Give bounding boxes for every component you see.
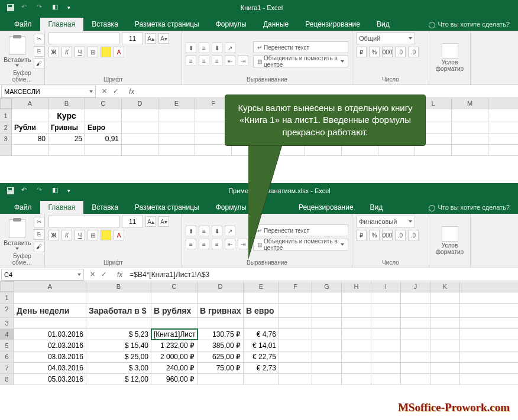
cell[interactable]: 625,00 ₽	[198, 351, 244, 362]
col-header[interactable]: D	[122, 98, 158, 109]
cell[interactable]: Курс	[48, 109, 85, 122]
cell[interactable]	[312, 351, 342, 362]
currency-icon[interactable]: ₽	[356, 47, 367, 57]
tab-insert[interactable]: Вставка	[83, 201, 127, 214]
save-icon[interactable]	[6, 3, 15, 12]
align-middle-icon[interactable]: ≡	[199, 226, 209, 236]
indent-inc-icon[interactable]: ⇥	[238, 239, 248, 249]
cell[interactable]: 02.03.2016	[14, 340, 86, 351]
percent-icon[interactable]: %	[369, 230, 380, 240]
cell[interactable]: Рубли	[12, 122, 48, 133]
tab-home[interactable]: Главная	[40, 201, 84, 214]
tab-layout[interactable]: Разметка страницы	[127, 18, 208, 31]
cell[interactable]: 385,00 ₽	[198, 340, 244, 351]
cell[interactable]: 130,75 ₽	[198, 329, 244, 340]
cell[interactable]: € 4,76	[244, 329, 279, 340]
font-family-input[interactable]	[48, 216, 119, 227]
formula-input[interactable]: =$B4*[Книга1]Лист1!A$3	[127, 271, 518, 279]
tab-data[interactable]: Данные	[255, 18, 297, 31]
cell[interactable]: $ 15,40	[86, 340, 151, 351]
tab-review[interactable]: Рецензирование	[297, 18, 368, 31]
tab-home[interactable]: Главная	[40, 18, 84, 31]
cell[interactable]: Гривны	[48, 122, 85, 133]
paste-button[interactable]: Вставить	[4, 219, 31, 250]
row-header[interactable]: 1	[0, 109, 12, 122]
font-size-input[interactable]	[122, 216, 143, 227]
align-bottom-icon[interactable]: ⬇	[212, 226, 222, 236]
cell[interactable]	[371, 318, 401, 328]
cell[interactable]	[430, 363, 460, 373]
fill-color-button[interactable]	[101, 47, 111, 57]
cell[interactable]	[279, 340, 312, 351]
fx-icon[interactable]: fx	[112, 271, 127, 279]
cell[interactable]	[14, 292, 86, 303]
cell[interactable]	[430, 374, 460, 385]
copy-icon[interactable]: ⎘	[34, 46, 44, 57]
cell[interactable]	[312, 318, 342, 328]
cell[interactable]	[430, 329, 460, 340]
cell[interactable]: Евро	[85, 122, 122, 133]
cell[interactable]: € 14,01	[244, 340, 279, 351]
tab-file[interactable]: Файл	[6, 201, 40, 214]
cell[interactable]: 0,91	[85, 134, 122, 144]
indent-dec-icon[interactable]: ⇤	[225, 239, 235, 249]
font-color-button[interactable]: A	[114, 230, 124, 240]
col-header[interactable]: M	[452, 98, 488, 109]
align-left-icon[interactable]: ≡	[186, 56, 196, 66]
cell[interactable]: 01.03.2016	[14, 329, 86, 340]
cell[interactable]	[371, 340, 401, 351]
row-header[interactable]: 3	[0, 318, 14, 328]
row-header[interactable]: 6	[0, 351, 14, 362]
underline-button[interactable]: Ч	[75, 230, 85, 240]
align-center-icon[interactable]: ≡	[199, 239, 209, 249]
cell[interactable]	[401, 292, 430, 303]
cell[interactable]: 03.03.2016	[14, 351, 86, 362]
cell[interactable]	[430, 351, 460, 362]
cell[interactable]	[244, 318, 279, 328]
orientation-icon[interactable]: ↗	[225, 43, 235, 53]
align-bottom-icon[interactable]: ⬇	[212, 43, 222, 53]
cell[interactable]: 75,00 ₽	[198, 363, 244, 373]
col-header[interactable]: C	[151, 281, 198, 292]
align-top-icon[interactable]: ⬆	[186, 43, 196, 53]
cell[interactable]	[342, 318, 371, 328]
dec-decimal-icon[interactable]: .0	[408, 47, 419, 57]
tab-file[interactable]: Файл	[6, 18, 40, 31]
cell[interactable]	[312, 363, 342, 373]
cell[interactable]	[371, 292, 401, 303]
cell[interactable]	[342, 304, 371, 317]
undo-icon[interactable]: ↶	[21, 186, 31, 196]
cell[interactable]	[279, 374, 312, 385]
cell[interactable]	[430, 292, 460, 303]
cell[interactable]	[312, 374, 342, 385]
wrap-text-button[interactable]: ↵Перенести текст	[253, 41, 348, 53]
cell[interactable]	[342, 374, 371, 385]
cell[interactable]: [Книга1]Лист	[151, 329, 198, 340]
col-header[interactable]: C	[85, 98, 122, 109]
cell[interactable]	[371, 329, 401, 340]
tab-layout[interactable]: Разметка страницы	[127, 201, 208, 214]
comma-icon[interactable]: 000	[382, 47, 393, 57]
align-right-icon[interactable]: ≡	[212, 56, 222, 66]
border-button[interactable]: ⊞	[88, 47, 98, 57]
cell[interactable]	[401, 329, 430, 340]
cell[interactable]	[198, 292, 244, 303]
col-header[interactable]: D	[198, 281, 244, 292]
italic-button[interactable]: К	[61, 47, 72, 57]
tab-formulas[interactable]: Формулы	[208, 18, 255, 31]
tell-me[interactable]: Что вы хотите сделать?	[420, 201, 518, 214]
cell[interactable]: 05.03.2016	[14, 374, 86, 385]
cell[interactable]: $ 3,00	[86, 363, 151, 373]
row-header[interactable]: 1	[0, 292, 14, 303]
cell[interactable]	[430, 340, 460, 351]
cut-icon[interactable]: ✂	[34, 34, 44, 44]
underline-button[interactable]: Ч	[75, 47, 85, 57]
cell[interactable]	[312, 304, 342, 317]
col-header[interactable]: A	[14, 281, 86, 292]
shrink-font-icon[interactable]: A▾	[158, 33, 169, 44]
merge-button[interactable]: ⊟Объединить и поместить в центре	[253, 56, 348, 67]
currency-icon[interactable]: ₽	[356, 230, 367, 240]
cell[interactable]	[342, 351, 371, 362]
cell[interactable]: € 2,73	[244, 363, 279, 373]
cell[interactable]	[14, 318, 86, 328]
